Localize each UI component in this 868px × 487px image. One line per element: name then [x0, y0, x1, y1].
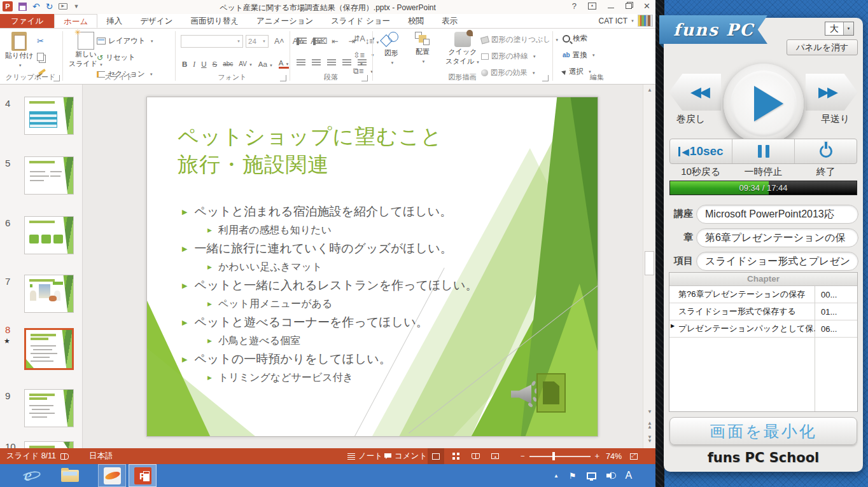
slide-sorter-view-button[interactable]	[447, 448, 464, 464]
slide-canvas[interactable]: ペットショップに望むこと 旅行・施設関連 ペットと泊まれる宿泊施設を紹介してほし…	[146, 97, 598, 437]
account-name[interactable]: CAT ICT	[598, 17, 627, 25]
slideshow-view-button[interactable]	[487, 448, 503, 464]
drawing-dialog-launcher-icon[interactable]	[542, 75, 549, 81]
find-button[interactable]: 検索	[563, 34, 587, 43]
decrease-indent-icon[interactable]: ⇤	[330, 36, 340, 46]
align-left-button[interactable]	[297, 59, 305, 67]
thumbnail-slide-8-selected[interactable]	[24, 328, 74, 370]
text-size-dropdown-icon[interactable]: ▼	[843, 22, 853, 35]
strikethrough-button[interactable]: abc	[223, 60, 233, 67]
text-size-dropdown[interactable]: 大 ▼	[825, 22, 854, 36]
taskbar-internet-explorer-icon[interactable]: e	[14, 464, 42, 487]
slide-indicator[interactable]: スライド 8/11	[6, 448, 56, 464]
ribbon-display-options-icon[interactable]	[588, 3, 596, 10]
align-text-button[interactable]: ⇳≡	[351, 50, 375, 60]
tab-transitions[interactable]: 画面切り替え	[181, 14, 248, 28]
tab-insert[interactable]: 挿入	[97, 14, 131, 28]
replace-button[interactable]: ab置換	[563, 50, 596, 60]
tab-file[interactable]: ファイル	[0, 14, 54, 28]
sub-bullet-item[interactable]: ペット用メニューがある	[207, 295, 332, 313]
back-10sec-button[interactable]: 10sec	[670, 139, 732, 163]
minimize-screen-button[interactable]: 画面を最小化	[669, 417, 857, 445]
underline-button[interactable]: U	[201, 60, 206, 68]
sub-bullet-item[interactable]: 利用者の感想も知りたい	[207, 221, 332, 239]
notes-button[interactable]: ノート	[347, 448, 382, 464]
cut-button[interactable]: ✂	[37, 36, 44, 46]
sub-bullet-item[interactable]: 小鳥と遊べる個室	[207, 332, 300, 350]
zoom-in-icon[interactable]: ＋	[593, 448, 601, 464]
hide-panel-button[interactable]: パネルを消す	[787, 39, 858, 55]
redo-icon[interactable]: ↻	[46, 2, 53, 11]
shadow-button[interactable]: S	[212, 60, 217, 68]
bullets-button[interactable]	[297, 38, 307, 45]
account-dropdown-icon[interactable]: ▼	[631, 19, 634, 23]
fit-slide-to-window-icon[interactable]	[630, 448, 638, 464]
tray-volume-icon[interactable]	[606, 472, 615, 479]
bold-button[interactable]: B	[182, 60, 187, 68]
copy-button[interactable]	[37, 53, 44, 61]
font-size-combo[interactable]: 24▼	[246, 35, 269, 48]
tab-review[interactable]: 校閲	[399, 14, 433, 28]
arrange-button[interactable]: 配置	[415, 32, 430, 64]
shapes-button[interactable]: 図形	[382, 32, 401, 65]
close-button[interactable]: ✕	[643, 1, 650, 11]
tab-view[interactable]: 表示	[433, 14, 466, 28]
rewind-button[interactable]: ◀◀	[669, 74, 721, 111]
zoom-slider-track[interactable]	[529, 456, 591, 457]
account-area[interactable]: CAT ICT ▼	[598, 15, 653, 27]
thumbnail-slide-7[interactable]	[24, 275, 74, 313]
tray-ime-indicator[interactable]: A	[626, 470, 633, 481]
bullet-item[interactable]: ペットと一緒に入れるレストランを作ってほしい。	[182, 276, 477, 295]
embedded-document-icon[interactable]	[536, 373, 566, 413]
playback-progress-bar[interactable]: 09:34 / 17:44	[669, 181, 857, 195]
shape-fill-button[interactable]: 図形の塗りつぶし	[481, 35, 559, 45]
tray-show-hidden-icons[interactable]: ▲	[554, 473, 559, 479]
help-icon[interactable]: ?	[572, 1, 577, 11]
grow-font-icon[interactable]: A˄	[272, 37, 286, 46]
font-name-combo[interactable]: ▼	[181, 35, 243, 48]
zoom-slider[interactable]	[529, 448, 591, 464]
minimize-button[interactable]	[608, 8, 614, 8]
normal-view-button[interactable]	[428, 448, 444, 464]
arrange-dropdown-icon[interactable]	[420, 57, 426, 64]
play-button[interactable]	[724, 64, 804, 144]
undo-icon[interactable]: ↶	[32, 2, 40, 11]
change-case-button[interactable]: Aa	[258, 60, 273, 68]
paste-dropdown-icon[interactable]	[17, 60, 22, 68]
layout-button[interactable]: レイアウト	[97, 36, 154, 46]
chapter-list-row[interactable]: スライドショー形式で保存する 01...	[669, 303, 857, 320]
shapes-dropdown-icon[interactable]	[389, 58, 395, 65]
bullet-item[interactable]: 一緒に旅行に連れていく時のグッズがほしい。	[182, 239, 452, 258]
tab-home[interactable]: ホーム	[54, 14, 97, 28]
scrollbar-thumb[interactable]	[645, 251, 654, 275]
scroll-down-icon[interactable]: ▼	[645, 409, 654, 415]
taskbar-player-app-icon[interactable]	[98, 464, 126, 487]
thumbnail-slide-5[interactable]	[24, 156, 74, 195]
quick-styles-button[interactable]: クイック スタイル	[445, 32, 480, 66]
fast-forward-button[interactable]: ▶▶	[806, 74, 858, 111]
zoom-slider-thumb[interactable]	[552, 452, 555, 460]
font-dialog-launcher-icon[interactable]	[280, 75, 286, 81]
bullet-item[interactable]: ペットの一時預かりをしてほしい。	[182, 350, 391, 369]
reading-view-button[interactable]	[467, 448, 484, 464]
tray-network-icon[interactable]	[587, 472, 596, 479]
next-slide-icon[interactable]: ▼▼	[645, 436, 654, 443]
justify-button[interactable]	[342, 59, 351, 67]
restore-button[interactable]	[626, 3, 632, 9]
clipboard-dialog-launcher-icon[interactable]	[53, 75, 60, 81]
paragraph-dialog-launcher-icon[interactable]	[361, 75, 368, 81]
spellcheck-icon[interactable]	[60, 448, 69, 464]
zoom-percentage[interactable]: 74%	[606, 448, 622, 464]
qat-customize-icon[interactable]: ▼	[73, 3, 79, 10]
font-color-button[interactable]: A	[279, 59, 290, 69]
align-center-button[interactable]	[312, 59, 321, 67]
thumbnail-slide-10[interactable]	[24, 441, 74, 448]
quit-button[interactable]	[795, 139, 857, 163]
align-right-button[interactable]	[327, 59, 336, 67]
scroll-up-icon[interactable]: ▲	[645, 87, 654, 93]
chapter-list-row-current[interactable]: プレゼンテーションパックとして保... 06...	[669, 320, 857, 338]
slide-title[interactable]: ペットショップに望むこと 旅行・施設関連	[178, 123, 443, 179]
numbering-button[interactable]	[313, 38, 323, 45]
chapter-list-row[interactable]: 第?6章プレゼンテーションの保存 00...	[669, 286, 857, 303]
bullet-item[interactable]: ペットと泊まれる宿泊施設を紹介してほしい。	[182, 202, 452, 221]
